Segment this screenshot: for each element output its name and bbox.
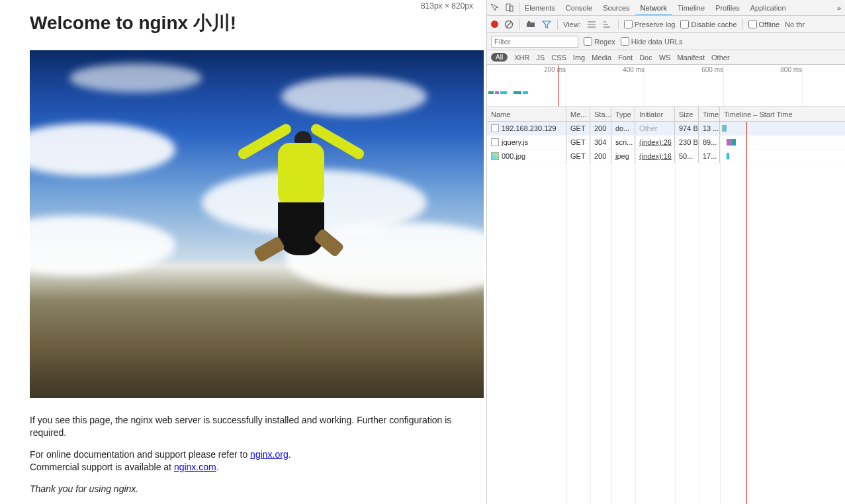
cell-initiator: (index):26	[635, 136, 675, 149]
more-tabs-icon[interactable]: »	[833, 4, 845, 12]
cell-type: jpeg	[611, 149, 635, 163]
tab-sources[interactable]: Sources	[598, 1, 635, 15]
type-font[interactable]: Font	[618, 54, 633, 62]
col-name[interactable]: Name	[487, 107, 566, 121]
cell-method: GET	[566, 122, 590, 135]
type-img[interactable]: Img	[573, 54, 585, 62]
throttling-label[interactable]: No thr	[785, 21, 805, 28]
cell-status: 200	[590, 122, 611, 135]
table-headers: Name Me... Sta... Type Initiator Size Ti…	[487, 107, 845, 122]
type-manifest[interactable]: Manifest	[677, 54, 705, 62]
view-frames-icon[interactable]	[602, 19, 613, 30]
tab-console[interactable]: Console	[560, 1, 598, 15]
view-list-icon[interactable]	[586, 19, 597, 30]
cell-size: 50...	[675, 149, 699, 163]
clear-icon[interactable]	[504, 19, 514, 30]
type-js[interactable]: JS	[536, 54, 545, 62]
disable-cache-checkbox[interactable]: Disable cache	[680, 20, 736, 28]
tab-application[interactable]: Application	[745, 1, 791, 15]
devtools-tabs: ElementsConsoleSourcesNetworkTimelinePro…	[487, 0, 845, 16]
file-icon	[491, 138, 499, 146]
tick-label: 800 ms	[780, 66, 802, 73]
svg-rect-5	[528, 21, 530, 23]
timeline-overview[interactable]: 200 ms400 ms600 ms800 ms	[487, 65, 845, 107]
network-toolbar: View: Preserve log Disable cache Offline…	[487, 16, 845, 33]
type-filters: AllXHRJSCSSImgMediaFontDocWSManifestOthe…	[487, 50, 845, 65]
thanks-text: Thank you for using nginx.	[30, 483, 138, 494]
col-timeline[interactable]: Timeline – Start Time	[720, 107, 845, 121]
link-nginx-com[interactable]: nginx.com	[174, 462, 216, 472]
cell-timeline	[720, 122, 845, 135]
request-rows: 192.168.230.129GET200do...Other974 B13 .…	[487, 122, 845, 504]
cell-time: 89...	[699, 136, 720, 149]
view-label: View:	[563, 21, 581, 28]
table-row[interactable]: jquery.jsGET304scri...(index):26230 B89.…	[487, 136, 845, 149]
table-row[interactable]: 192.168.230.129GET200do...Other974 B13 .…	[487, 122, 845, 136]
cell-timeline	[720, 136, 845, 149]
cell-name: 000.jpg	[502, 152, 525, 160]
file-icon	[491, 152, 499, 160]
cell-status: 304	[590, 136, 611, 149]
link-nginx-org[interactable]: nginx.org	[250, 449, 289, 460]
type-ws[interactable]: WS	[659, 54, 671, 62]
col-time[interactable]: Time	[699, 107, 720, 121]
type-all[interactable]: All	[491, 53, 508, 62]
hide-urls-checkbox[interactable]: Hide data URLs	[621, 37, 683, 46]
para-2: For online documentation and support ple…	[30, 448, 453, 474]
col-status[interactable]: Sta...	[590, 107, 611, 121]
tab-timeline[interactable]: Timeline	[672, 1, 710, 15]
record-icon[interactable]	[491, 21, 498, 28]
cell-time: 17...	[699, 149, 720, 163]
cell-method: GET	[566, 136, 590, 149]
cell-initiator: Other	[635, 122, 675, 135]
viewport-dimensions: 813px × 820px	[421, 1, 473, 11]
cell-size: 230 B	[675, 136, 699, 149]
type-css[interactable]: CSS	[551, 54, 566, 62]
type-xhr[interactable]: XHR	[514, 54, 529, 62]
svg-rect-4	[527, 22, 535, 27]
cell-type: do...	[611, 122, 635, 135]
device-icon[interactable]	[504, 3, 515, 13]
cell-type: scri...	[611, 136, 635, 149]
cell-initiator: (index):16	[635, 149, 675, 163]
cell-status: 200	[590, 149, 611, 163]
col-method[interactable]: Me...	[566, 107, 590, 121]
type-doc[interactable]: Doc	[639, 54, 652, 62]
filter-bar: Regex Hide data URLs	[487, 33, 845, 50]
table-row[interactable]: 000.jpgGET200jpeg(index):1650...17...	[487, 149, 845, 163]
svg-line-3	[506, 22, 511, 27]
page-title: Welcome to nginx 小川!	[30, 11, 486, 36]
tick-label: 600 ms	[701, 66, 723, 73]
tab-profiles[interactable]: Profiles	[710, 1, 745, 15]
page-body: If you see this page, the nginx web serv…	[30, 414, 453, 495]
devtools: ElementsConsoleSourcesNetworkTimelinePro…	[486, 0, 845, 504]
cell-timeline	[720, 149, 845, 163]
type-other[interactable]: Other	[711, 54, 730, 62]
para-1: If you see this page, the nginx web serv…	[30, 414, 453, 439]
type-media[interactable]: Media	[592, 54, 611, 62]
col-type[interactable]: Type	[611, 107, 635, 121]
cell-size: 974 B	[675, 122, 699, 135]
tab-network[interactable]: Network	[635, 1, 672, 16]
cell-time: 13 ...	[699, 122, 720, 135]
file-icon	[491, 124, 499, 132]
inspect-icon[interactable]	[490, 3, 500, 13]
preserve-log-checkbox[interactable]: Preserve log	[624, 20, 676, 28]
filter-icon[interactable]	[541, 19, 552, 30]
col-size[interactable]: Size	[675, 107, 699, 121]
tick-label: 200 ms	[544, 66, 566, 73]
cell-method: GET	[566, 149, 590, 163]
regex-checkbox[interactable]: Regex	[584, 37, 615, 46]
page-content: 813px × 820px Welcome to nginx 小川! If yo…	[0, 0, 486, 504]
cell-name: 192.168.230.129	[502, 124, 556, 132]
capture-icon[interactable]	[525, 19, 536, 30]
tab-elements[interactable]: Elements	[519, 1, 560, 15]
filter-input[interactable]	[491, 36, 578, 48]
cell-name: jquery.js	[502, 138, 528, 146]
hero-image	[30, 50, 484, 398]
col-initiator[interactable]: Initiator	[635, 107, 675, 121]
offline-checkbox[interactable]: Offline	[748, 20, 780, 28]
tick-label: 400 ms	[623, 66, 645, 73]
